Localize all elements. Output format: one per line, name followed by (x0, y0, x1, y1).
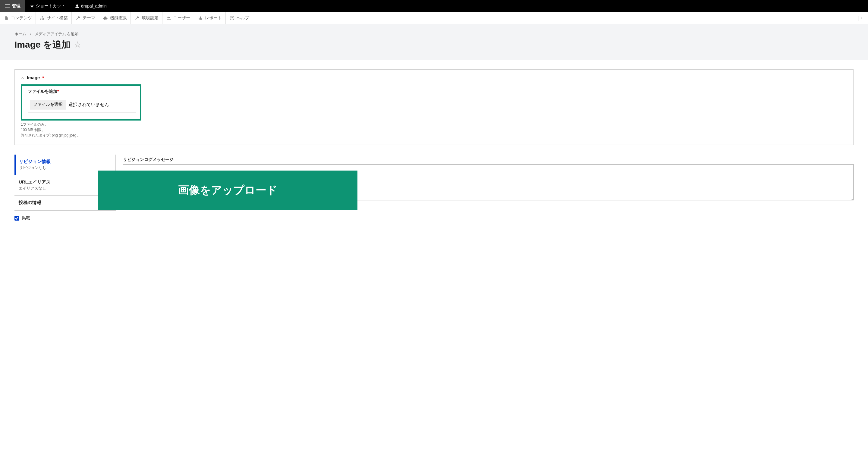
required-marker: * (42, 75, 44, 80)
tab-revision-sub: リビジョンなし (19, 165, 113, 170)
published-row: 掲載 (14, 216, 854, 221)
svg-rect-8 (200, 16, 201, 20)
favorite-star-icon[interactable]: ☆ (74, 40, 81, 50)
help-icon (229, 16, 235, 21)
menu-help-label: ヘルプ (237, 15, 249, 21)
svg-point-6 (169, 17, 170, 18)
add-file-label: ファイルを追加* (28, 89, 134, 94)
choose-file-button[interactable]: ファイルを選択 (30, 100, 66, 109)
svg-point-0 (76, 4, 78, 6)
svg-rect-2 (40, 19, 41, 20)
top-toolbar: 管理 ★ ショートカット drupal_admin (0, 0, 868, 12)
user-icon (75, 4, 79, 8)
tab-revision-title: リビジョン情報 (19, 159, 113, 164)
breadcrumb-sep: › (30, 32, 31, 36)
annotation-text: 画像をアップロード (178, 183, 278, 198)
shortcuts-link[interactable]: ★ ショートカット (25, 0, 70, 12)
menu-config[interactable]: 環境設定 (131, 12, 162, 24)
people-icon (166, 16, 172, 20)
document-icon (4, 16, 9, 21)
chart-icon (198, 16, 203, 20)
menu-content[interactable]: コンテンツ (0, 12, 36, 24)
page-title-text: Image を追加 (14, 39, 70, 51)
menu-appearance[interactable]: テーマ (72, 12, 99, 24)
svg-point-5 (167, 17, 169, 18)
published-label: 掲載 (22, 216, 30, 221)
menu-extend[interactable]: 機能拡張 (99, 12, 131, 24)
file-input-row: ファイルを選択 選択されていません (28, 97, 136, 112)
svg-rect-3 (42, 19, 43, 20)
puzzle-icon (103, 16, 108, 21)
menu-reports[interactable]: レポート (194, 12, 226, 24)
menu-help[interactable]: ヘルプ (226, 12, 253, 24)
page-title: Image を追加 ☆ (14, 39, 854, 51)
admin-menu: コンテンツ サイト構築 テーマ 機能拡張 環境設定 ユーザー レポート (0, 12, 868, 24)
required-marker-2: * (57, 89, 59, 94)
structure-icon (39, 16, 45, 21)
menu-structure-label: サイト構築 (47, 15, 68, 21)
menu-content-label: コンテンツ (11, 15, 32, 21)
collapse-toolbar[interactable]: |← (855, 15, 868, 21)
svg-rect-1 (42, 16, 43, 17)
published-checkbox[interactable] (14, 216, 19, 221)
wrench-icon (75, 16, 81, 21)
image-panel-title: Image (27, 75, 40, 80)
file-hints: 1ファイルのみ。 100 MB 制限。 許可されたタイプ: png gif jp… (21, 122, 847, 138)
menu-people[interactable]: ユーザー (162, 12, 194, 24)
menu-people-label: ユーザー (173, 15, 190, 21)
image-panel-toggle[interactable]: ︿ Image * (21, 75, 847, 80)
no-file-text: 選択されていません (68, 102, 109, 107)
hint-one-file: 1ファイルのみ。 (21, 122, 847, 127)
user-link[interactable]: drupal_admin (70, 0, 112, 12)
svg-rect-7 (199, 18, 199, 19)
collapse-icon: |← (858, 15, 865, 21)
breadcrumb-home[interactable]: ホーム (14, 32, 26, 36)
revision-log-label: リビジョンログメッセージ (123, 157, 854, 162)
manage-toggle[interactable]: 管理 (0, 0, 25, 12)
image-panel: ︿ Image * ファイルを追加* ファイルを選択 選択されていません 1ファ… (14, 69, 854, 145)
breadcrumb: ホーム › メディアアイテム を追加 (14, 31, 854, 37)
chevron-up-icon: ︿ (21, 75, 24, 80)
svg-rect-4 (43, 19, 44, 20)
star-icon: ★ (30, 4, 34, 8)
hamburger-icon (5, 4, 10, 8)
user-label: drupal_admin (81, 4, 107, 8)
menu-config-label: 環境設定 (142, 15, 158, 21)
menu-structure[interactable]: サイト構築 (36, 12, 72, 24)
menu-reports-label: レポート (205, 15, 222, 21)
menu-appearance-label: テーマ (83, 15, 95, 21)
wrench2-icon (134, 16, 140, 21)
hint-types: 許可されたタイプ: png gif jpg jpeg 。 (21, 133, 847, 138)
shortcuts-label: ショートカット (36, 3, 65, 9)
menu-extend-label: 機能拡張 (110, 15, 127, 21)
svg-rect-9 (201, 19, 202, 20)
upload-highlight: ファイルを追加* ファイルを選択 選択されていません (21, 85, 141, 121)
manage-label: 管理 (12, 3, 21, 9)
annotation-banner: 画像をアップロード (98, 170, 358, 210)
hint-size: 100 MB 制限。 (21, 127, 847, 133)
header-region: ホーム › メディアアイテム を追加 Image を追加 ☆ (0, 24, 868, 60)
breadcrumb-add-media[interactable]: メディアアイテム を追加 (35, 32, 79, 36)
